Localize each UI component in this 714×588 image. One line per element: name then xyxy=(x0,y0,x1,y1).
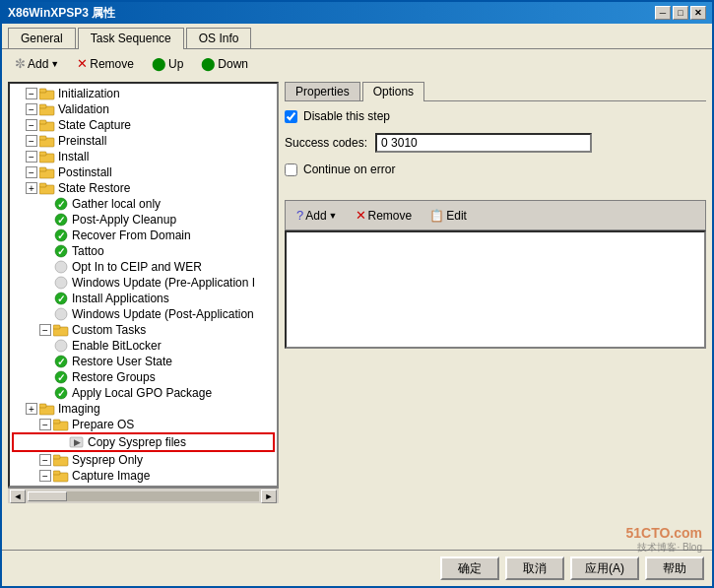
continue-on-error-checkbox[interactable] xyxy=(285,163,297,176)
tree-item[interactable]: − Postinstall xyxy=(12,164,275,180)
down-button[interactable]: ⬤ Down xyxy=(194,53,255,74)
success-codes-row: Success codes: xyxy=(285,133,706,153)
conditions-list xyxy=(285,230,706,349)
cancel-button[interactable]: 取消 xyxy=(505,556,564,580)
svg-rect-5 xyxy=(39,120,46,124)
tree-item[interactable]: ▶ Copy Sysprep files xyxy=(12,432,275,452)
tree-item[interactable]: ✓ Restore User State xyxy=(12,354,275,369)
expand-icon[interactable]: − xyxy=(26,151,37,163)
tree-item[interactable]: Windows Update (Post-Application xyxy=(12,306,275,322)
continue-on-error-label: Continue on error xyxy=(303,163,395,176)
main-content: − Initialization− Validation− State Capt… xyxy=(2,78,712,550)
folder-icon xyxy=(53,469,69,483)
expand-icon[interactable]: − xyxy=(26,119,37,131)
folder-icon xyxy=(39,118,55,132)
scroll-thumb[interactable] xyxy=(28,491,67,501)
properties-panel: Properties Options Disable this step Suc… xyxy=(285,82,706,546)
apply-button[interactable]: 应用(A) xyxy=(570,556,639,580)
tree-item[interactable]: ✓ Apply Local GPO Package xyxy=(12,385,275,401)
expand-icon[interactable]: − xyxy=(26,135,37,147)
tree-item-label: Copy Sysprep files xyxy=(88,435,186,449)
question-icon: ? xyxy=(296,208,303,223)
tab-task-sequence[interactable]: Task Sequence xyxy=(78,28,184,49)
watermark-blog: 技术博客· Blog xyxy=(625,541,702,555)
tree-item-label: Validation xyxy=(58,102,109,116)
tree-item[interactable]: Opt In to CEIP and WER xyxy=(12,259,275,275)
svg-text:✓: ✓ xyxy=(57,388,65,399)
success-codes-input[interactable] xyxy=(375,133,592,153)
scroll-right-button[interactable]: ► xyxy=(261,490,277,503)
main-window: X86WinXPSP3 属性 ─ □ ✕ General Task Sequen… xyxy=(0,0,714,588)
conditions-remove-button[interactable]: ✕ Remove xyxy=(349,205,420,226)
up-button[interactable]: ⬤ Up xyxy=(145,53,190,74)
tree-item[interactable]: + Imaging xyxy=(12,401,275,417)
tree-item[interactable]: − Validation xyxy=(12,101,275,117)
tree-item[interactable]: − Preinstall xyxy=(12,133,275,149)
tab-general[interactable]: General xyxy=(8,28,76,48)
tree-item[interactable]: ✓ Tattoo xyxy=(12,243,275,259)
tree-scrollbar[interactable]: ◄ ► xyxy=(8,488,279,503)
tree-item-label: Gather local only xyxy=(72,197,161,211)
conditions-add-button[interactable]: ? Add ▼ xyxy=(290,205,345,226)
tree-item[interactable]: ✓ Recover From Domain xyxy=(12,228,275,243)
expand-icon[interactable]: − xyxy=(26,103,37,115)
svg-rect-43 xyxy=(53,455,60,459)
tree-item[interactable]: Enable BitLocker xyxy=(12,338,275,354)
expand-icon[interactable]: − xyxy=(39,324,51,336)
task-sequence-tree[interactable]: − Initialization− Validation− State Capt… xyxy=(8,82,279,488)
scroll-left-button[interactable]: ◄ xyxy=(10,490,26,503)
expand-icon[interactable]: − xyxy=(39,419,51,430)
tree-item[interactable]: ✓ Gather local only xyxy=(12,196,275,212)
svg-rect-7 xyxy=(39,136,46,140)
tree-item[interactable]: Windows Update (Pre-Application I xyxy=(12,275,275,291)
tree-item[interactable]: − Initialization xyxy=(12,86,275,101)
tree-item-label: Install xyxy=(58,150,89,163)
folder-icon xyxy=(39,134,55,148)
tree-item[interactable]: − Prepare OS xyxy=(12,417,275,432)
folder-icon xyxy=(39,87,55,100)
tree-item[interactable]: − Custom Tasks xyxy=(12,322,275,338)
tree-item[interactable]: ✓ Restore Groups xyxy=(12,369,275,385)
remove-button[interactable]: ✕ Remove xyxy=(70,53,141,74)
conditions-edit-button[interactable]: 📋 Edit xyxy=(422,206,474,226)
close-button[interactable]: ✕ xyxy=(690,6,706,20)
green-check-icon: ✓ xyxy=(53,197,69,211)
tree-item[interactable]: ✓ Install Applications xyxy=(12,291,275,306)
expand-icon[interactable]: − xyxy=(26,88,37,99)
expand-icon[interactable]: − xyxy=(26,166,37,178)
asterisk-add-icon: ✼ xyxy=(15,56,26,71)
svg-rect-28 xyxy=(53,325,60,329)
tab-os-info[interactable]: OS Info xyxy=(186,28,252,48)
tree-item-label: Preinstall xyxy=(58,134,106,148)
svg-point-22 xyxy=(55,261,67,273)
tree-item-label: Custom Tasks xyxy=(72,323,146,337)
disable-step-checkbox[interactable] xyxy=(285,110,297,123)
tab-properties[interactable]: Properties xyxy=(285,82,360,100)
remove-label: Remove xyxy=(90,57,134,71)
tree-item[interactable]: ✓ Post-Apply Cleanup xyxy=(12,212,275,228)
disable-step-row: Disable this step xyxy=(285,107,706,125)
svg-text:▶: ▶ xyxy=(74,437,81,447)
expand-icon[interactable]: − xyxy=(39,454,51,466)
properties-tabs: Properties Options xyxy=(285,82,706,101)
expand-icon[interactable]: + xyxy=(26,403,37,415)
tree-item[interactable]: − Sysprep Only xyxy=(12,452,275,468)
tab-options[interactable]: Options xyxy=(362,82,424,101)
step-icon xyxy=(53,260,69,274)
folder-icon xyxy=(39,402,55,416)
ok-button[interactable]: 确定 xyxy=(440,556,499,580)
maximize-button[interactable]: □ xyxy=(673,6,688,20)
svg-point-26 xyxy=(55,308,67,320)
expand-icon[interactable]: + xyxy=(26,182,37,194)
success-codes-label: Success codes: xyxy=(285,136,367,150)
expand-icon[interactable]: − xyxy=(39,470,51,482)
tree-item[interactable]: + State Restore xyxy=(12,180,275,196)
tree-item[interactable]: − Capture Image xyxy=(12,468,275,484)
tree-item-label: Enable BitLocker xyxy=(72,339,162,353)
conditions-section: ? Add ▼ ✕ Remove 📋 Edit xyxy=(285,194,706,349)
minimize-button[interactable]: ─ xyxy=(655,6,671,20)
help-button[interactable]: 帮助 xyxy=(645,556,704,580)
add-button[interactable]: ✼ Add ▼ xyxy=(8,53,66,74)
tree-item[interactable]: − State Capture xyxy=(12,117,275,133)
tree-item[interactable]: − Install xyxy=(12,149,275,164)
